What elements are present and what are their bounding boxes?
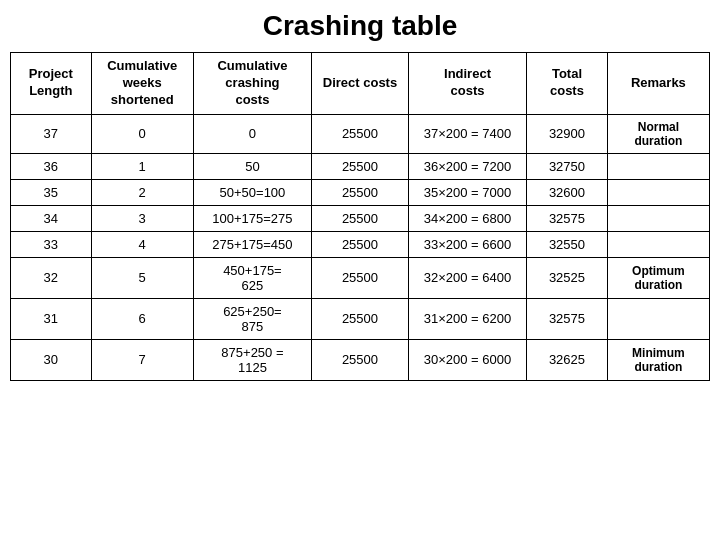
cell-total: 32575 (527, 298, 608, 339)
cell-remarks: Minimumduration (607, 339, 709, 380)
table-row: 37002550037×200 = 740032900Normalduratio… (11, 114, 710, 153)
cell-cum-weeks: 4 (91, 231, 193, 257)
cell-project-length: 37 (11, 114, 92, 153)
table-row: 361502550036×200 = 720032750 (11, 153, 710, 179)
cell-indirect: 33×200 = 6600 (408, 231, 526, 257)
cell-total: 32900 (527, 114, 608, 153)
cell-remarks (607, 298, 709, 339)
cell-remarks (607, 205, 709, 231)
cell-direct: 25500 (312, 114, 409, 153)
cell-direct: 25500 (312, 205, 409, 231)
crashing-table: ProjectLength Cumulativeweeksshortened C… (10, 52, 710, 381)
cell-cum-crash: 450+175=625 (193, 257, 311, 298)
cell-cum-crash: 625+250=875 (193, 298, 311, 339)
cell-remarks: Normalduration (607, 114, 709, 153)
cell-total: 32525 (527, 257, 608, 298)
cell-indirect: 34×200 = 6800 (408, 205, 526, 231)
cell-cum-crash: 50+50=100 (193, 179, 311, 205)
cell-cum-weeks: 1 (91, 153, 193, 179)
header-indirect-costs: Indirectcosts (408, 53, 526, 115)
cell-project-length: 31 (11, 298, 92, 339)
cell-indirect: 32×200 = 6400 (408, 257, 526, 298)
cell-cum-crash: 0 (193, 114, 311, 153)
header-total-costs: Totalcosts (527, 53, 608, 115)
cell-direct: 25500 (312, 257, 409, 298)
cell-direct: 25500 (312, 231, 409, 257)
cell-remarks (607, 231, 709, 257)
cell-indirect: 30×200 = 6000 (408, 339, 526, 380)
header-cumulative-crashing: Cumulativecrashingcosts (193, 53, 311, 115)
cell-project-length: 35 (11, 179, 92, 205)
cell-cum-crash: 100+175=275 (193, 205, 311, 231)
cell-cum-crash: 50 (193, 153, 311, 179)
header-cumulative-weeks: Cumulativeweeksshortened (91, 53, 193, 115)
table-row: 307875+250 =11252550030×200 = 600032625M… (11, 339, 710, 380)
cell-project-length: 30 (11, 339, 92, 380)
cell-project-length: 36 (11, 153, 92, 179)
table-row: 343100+175=2752550034×200 = 680032575 (11, 205, 710, 231)
cell-remarks: Optimumduration (607, 257, 709, 298)
cell-cum-crash: 875+250 =1125 (193, 339, 311, 380)
table-row: 316625+250=8752550031×200 = 620032575 (11, 298, 710, 339)
cell-direct: 25500 (312, 339, 409, 380)
page-title: Crashing table (263, 10, 457, 42)
cell-cum-weeks: 5 (91, 257, 193, 298)
cell-cum-weeks: 6 (91, 298, 193, 339)
cell-indirect: 31×200 = 6200 (408, 298, 526, 339)
header-direct-costs: Direct costs (312, 53, 409, 115)
cell-cum-weeks: 7 (91, 339, 193, 380)
cell-indirect: 36×200 = 7200 (408, 153, 526, 179)
cell-total: 32600 (527, 179, 608, 205)
cell-total: 32575 (527, 205, 608, 231)
cell-project-length: 33 (11, 231, 92, 257)
cell-remarks (607, 153, 709, 179)
cell-project-length: 34 (11, 205, 92, 231)
table-row: 35250+50=1002550035×200 = 700032600 (11, 179, 710, 205)
cell-total: 32550 (527, 231, 608, 257)
cell-cum-weeks: 3 (91, 205, 193, 231)
header-remarks: Remarks (607, 53, 709, 115)
cell-project-length: 32 (11, 257, 92, 298)
table-row: 325450+175=6252550032×200 = 640032525Opt… (11, 257, 710, 298)
header-project-length: ProjectLength (11, 53, 92, 115)
cell-remarks (607, 179, 709, 205)
cell-direct: 25500 (312, 298, 409, 339)
cell-total: 32750 (527, 153, 608, 179)
cell-cum-weeks: 0 (91, 114, 193, 153)
cell-direct: 25500 (312, 179, 409, 205)
cell-cum-weeks: 2 (91, 179, 193, 205)
table-row: 334275+175=4502550033×200 = 660032550 (11, 231, 710, 257)
cell-indirect: 37×200 = 7400 (408, 114, 526, 153)
cell-indirect: 35×200 = 7000 (408, 179, 526, 205)
cell-total: 32625 (527, 339, 608, 380)
cell-direct: 25500 (312, 153, 409, 179)
cell-cum-crash: 275+175=450 (193, 231, 311, 257)
